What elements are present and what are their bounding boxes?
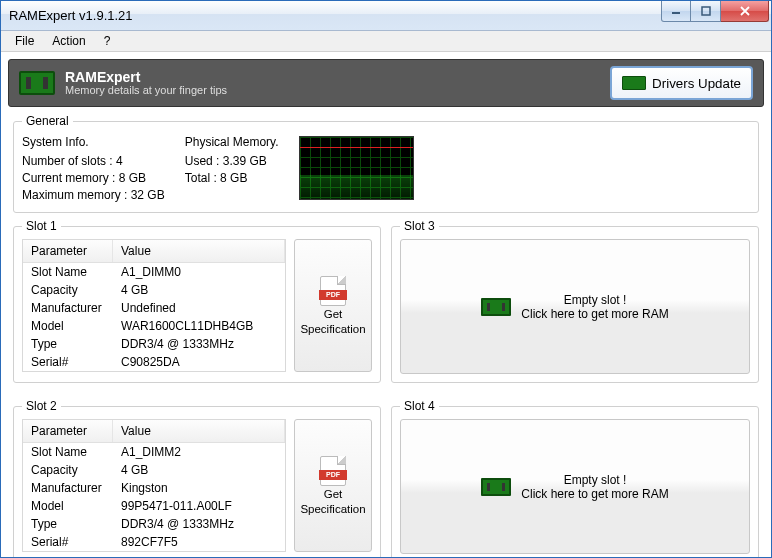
pdf-icon: PDF	[320, 276, 346, 306]
slot-2-group: Slot 2 ParameterValue Slot NameA1_DIMM2 …	[13, 399, 381, 558]
num-slots-label: Number of slots :	[22, 154, 113, 168]
empty-text: Empty slot ! Click here to get more RAM	[521, 473, 668, 501]
value-manufacturer: Undefined	[113, 299, 285, 317]
general-group: General System Info. Number of slots : 4…	[13, 114, 759, 213]
app-subtitle: Memory details at your finger tips	[65, 84, 227, 96]
max-mem-label: Maximum memory :	[22, 188, 127, 202]
system-info-label: System Info.	[22, 134, 165, 151]
used-label: Used :	[185, 154, 220, 168]
label-type: Type	[23, 335, 113, 353]
header-band: RAMExpert Memory details at your finger …	[8, 59, 764, 107]
empty-l1: Empty slot !	[521, 293, 668, 307]
num-slots-value: 4	[116, 154, 123, 168]
slot-1-table: ParameterValue Slot NameA1_DIMM0 Capacit…	[22, 239, 286, 372]
current-mem-value: 8 GB	[119, 171, 146, 185]
menu-action[interactable]: Action	[44, 32, 93, 50]
value-type: DDR3/4 @ 1333MHz	[113, 515, 285, 533]
close-button[interactable]	[721, 1, 769, 22]
col-value: Value	[113, 420, 285, 442]
slot-3-legend: Slot 3	[400, 219, 439, 233]
window-title: RAMExpert v1.9.1.21	[9, 8, 661, 23]
value-capacity: 4 GB	[113, 461, 285, 479]
max-mem-value: 32 GB	[131, 188, 165, 202]
ram-chip-icon	[622, 76, 646, 90]
value-model: 99P5471-011.A00LF	[113, 497, 285, 515]
drivers-update-button[interactable]: Drivers Update	[610, 66, 753, 100]
label-capacity: Capacity	[23, 281, 113, 299]
slot-2-spec-button[interactable]: PDF Get Specification	[294, 419, 372, 552]
label-type: Type	[23, 515, 113, 533]
col-parameter: Parameter	[23, 420, 113, 442]
empty-text: Empty slot ! Click here to get more RAM	[521, 293, 668, 321]
spec-l2: Specification	[300, 503, 365, 516]
spec-l1: Get	[324, 488, 343, 501]
label-slot-name: Slot Name	[23, 443, 113, 461]
slot-3-empty-button[interactable]: Empty slot ! Click here to get more RAM	[400, 239, 750, 374]
value-slot-name: A1_DIMM2	[113, 443, 285, 461]
general-legend: General	[22, 114, 73, 128]
slot-1-legend: Slot 1	[22, 219, 61, 233]
ram-chip-icon	[481, 478, 511, 496]
col-value: Value	[113, 240, 285, 262]
slot-1-spec-button[interactable]: PDF Get Specification	[294, 239, 372, 372]
titlebar: RAMExpert v1.9.1.21	[1, 1, 771, 31]
label-manufacturer: Manufacturer	[23, 479, 113, 497]
spec-l1: Get	[324, 308, 343, 321]
svg-rect-1	[702, 7, 710, 15]
empty-l2: Click here to get more RAM	[521, 307, 668, 321]
label-serial: Serial#	[23, 533, 113, 551]
pdf-icon: PDF	[320, 456, 346, 486]
value-slot-name: A1_DIMM0	[113, 263, 285, 281]
current-mem-label: Current memory :	[22, 171, 115, 185]
label-serial: Serial#	[23, 353, 113, 371]
empty-l2: Click here to get more RAM	[521, 487, 668, 501]
app-title: RAMExpert	[65, 70, 227, 84]
value-type: DDR3/4 @ 1333MHz	[113, 335, 285, 353]
drivers-update-label: Drivers Update	[652, 76, 741, 91]
slot-2-legend: Slot 2	[22, 399, 61, 413]
window-controls	[661, 1, 769, 22]
system-info: System Info. Number of slots : 4 Current…	[22, 134, 165, 204]
value-serial: 892CF7F5	[113, 533, 285, 551]
value-manufacturer: Kingston	[113, 479, 285, 497]
physical-memory: Physical Memory. Used : 3.39 GB Total : …	[185, 134, 279, 204]
slot-4-group: Slot 4 Empty slot ! Click here to get mo…	[391, 399, 759, 558]
empty-l1: Empty slot !	[521, 473, 668, 487]
value-capacity: 4 GB	[113, 281, 285, 299]
value-serial: C90825DA	[113, 353, 285, 371]
menu-file[interactable]: File	[7, 32, 42, 50]
slot-1-group: Slot 1 ParameterValue Slot NameA1_DIMM0 …	[13, 219, 381, 383]
label-model: Model	[23, 497, 113, 515]
header-text: RAMExpert Memory details at your finger …	[65, 70, 227, 96]
total-label: Total :	[185, 171, 217, 185]
total-value: 8 GB	[220, 171, 247, 185]
spec-l2: Specification	[300, 323, 365, 336]
label-capacity: Capacity	[23, 461, 113, 479]
minimize-button[interactable]	[661, 1, 691, 22]
memory-graph	[299, 136, 414, 200]
label-manufacturer: Manufacturer	[23, 299, 113, 317]
svg-rect-0	[672, 12, 680, 14]
maximize-button[interactable]	[691, 1, 721, 22]
used-value: 3.39 GB	[223, 154, 267, 168]
slot-3-group: Slot 3 Empty slot ! Click here to get mo…	[391, 219, 759, 383]
value-model: WAR1600CL11DHB4GB	[113, 317, 285, 335]
slot-4-legend: Slot 4	[400, 399, 439, 413]
menu-help[interactable]: ?	[96, 32, 119, 50]
ram-chip-icon	[481, 298, 511, 316]
slot-2-table: ParameterValue Slot NameA1_DIMM2 Capacit…	[22, 419, 286, 552]
label-model: Model	[23, 317, 113, 335]
ram-icon	[19, 71, 55, 95]
label-slot-name: Slot Name	[23, 263, 113, 281]
slot-4-empty-button[interactable]: Empty slot ! Click here to get more RAM	[400, 419, 750, 554]
menubar: File Action ?	[1, 31, 771, 52]
col-parameter: Parameter	[23, 240, 113, 262]
physical-memory-label: Physical Memory.	[185, 134, 279, 151]
